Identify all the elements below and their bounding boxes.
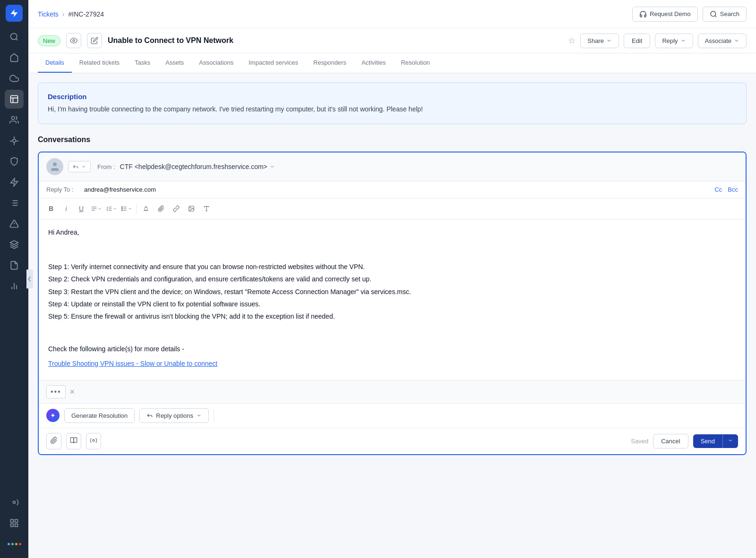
- svg-point-50: [93, 440, 94, 441]
- search-button[interactable]: Search: [703, 7, 747, 22]
- sidebar-item-dots[interactable]: [5, 534, 24, 553]
- sidebar-item-shield[interactable]: [5, 152, 24, 171]
- editor-toolbar: B i U: [39, 198, 746, 220]
- svg-rect-29: [11, 524, 14, 527]
- settings-bottom-button[interactable]: [86, 433, 101, 449]
- svg-line-31: [715, 16, 716, 17]
- pencil-icon: [91, 37, 98, 44]
- text-color-button[interactable]: [139, 202, 153, 215]
- send-main-button[interactable]: Send: [693, 434, 722, 448]
- cancel-button[interactable]: Cancel: [653, 434, 688, 448]
- sidebar: [0, 0, 28, 558]
- more-options-button[interactable]: •••: [46, 385, 66, 398]
- sidebar-item-contacts[interactable]: [5, 110, 24, 129]
- ticket-toolbar: New Unable to Connect to VPN Network ☆ S…: [28, 28, 756, 53]
- check-article-text: Check the following article(s) for more …: [48, 344, 736, 354]
- svg-point-47: [190, 207, 191, 208]
- send-dropdown-button[interactable]: [722, 434, 738, 448]
- sidebar-item-flash[interactable]: [5, 173, 24, 192]
- request-demo-button[interactable]: Request Demo: [632, 7, 698, 22]
- cc-button[interactable]: Cc: [714, 186, 722, 193]
- tab-tasks[interactable]: Tasks: [127, 53, 158, 73]
- watch-button[interactable]: [66, 33, 81, 48]
- compose-actions-bar: ✦ Generate Resolution Reply options: [39, 403, 746, 428]
- share-button[interactable]: Share: [580, 34, 619, 48]
- chevron-down-icon: [196, 413, 202, 418]
- sidebar-item-cloud[interactable]: [5, 69, 24, 88]
- link-button[interactable]: [170, 202, 183, 215]
- attachment-bottom-button[interactable]: [46, 433, 61, 449]
- sidebar-item-home[interactable]: [5, 48, 24, 67]
- bold-button[interactable]: B: [44, 202, 58, 215]
- article-link[interactable]: Trouble Shooting VPN issues - Slow or Un…: [48, 360, 217, 367]
- from-label: From :: [97, 163, 115, 170]
- sidebar-item-bug[interactable]: [5, 131, 24, 150]
- edit-button[interactable]: Edit: [624, 34, 650, 48]
- unordered-list-button[interactable]: [120, 202, 133, 215]
- sidebar-item-tickets[interactable]: [5, 90, 24, 109]
- page-body: Description Hi, I'm having trouble conne…: [28, 73, 756, 558]
- tab-associations[interactable]: Associations: [191, 53, 241, 73]
- close-tag-button[interactable]: ✕: [69, 388, 75, 396]
- tab-impacted-services[interactable]: Impacted services: [241, 53, 306, 73]
- request-demo-label: Request Demo: [650, 10, 691, 17]
- tab-related-tickets[interactable]: Related tickets: [72, 53, 127, 73]
- reply-button[interactable]: Reply: [655, 34, 693, 48]
- from-dropdown[interactable]: CTF <helpdesk@cegtechforum.freshservice.…: [120, 163, 275, 170]
- sidebar-item-docs[interactable]: [5, 256, 24, 275]
- chevron-down-icon: [734, 38, 739, 43]
- ordered-list-button[interactable]: [105, 202, 118, 215]
- edit-inline-button[interactable]: [87, 33, 102, 48]
- sidebar-item-list[interactable]: [5, 194, 24, 212]
- sidebar-item-settings[interactable]: [5, 493, 24, 512]
- sidebar-item-layers[interactable]: [5, 235, 24, 254]
- top-bar: Tickets › #INC-27924 Request Demo Search: [28, 0, 756, 28]
- email-steps: Step 1: Verify internet connectivity and…: [48, 262, 736, 322]
- description-text: Hi, I'm having trouble connecting to the…: [48, 104, 737, 114]
- underline-button[interactable]: U: [75, 202, 88, 215]
- associate-button[interactable]: Associate: [698, 34, 747, 48]
- italic-button[interactable]: i: [60, 202, 73, 215]
- reply-options-button[interactable]: Reply options: [139, 408, 209, 423]
- svg-point-7: [13, 139, 16, 143]
- sidebar-item-alert[interactable]: [5, 214, 24, 233]
- reply-to-label: Reply To :: [46, 186, 84, 193]
- search-icon: [710, 10, 717, 18]
- reply-label: Reply: [662, 37, 678, 44]
- attachment-button[interactable]: [155, 202, 168, 215]
- article-bottom-button[interactable]: [66, 433, 81, 449]
- sidebar-item-chart[interactable]: [5, 277, 24, 296]
- editor-body[interactable]: Hi Andrea, Step 1: Verify internet conne…: [39, 220, 746, 380]
- sidebar-item-search[interactable]: [5, 27, 24, 46]
- saved-indicator: Saved: [631, 438, 648, 445]
- tab-activities[interactable]: Activities: [354, 53, 393, 73]
- ai-icon: ✦: [46, 409, 60, 422]
- generate-resolution-button[interactable]: Generate Resolution: [64, 408, 135, 423]
- description-card: Description Hi, I'm having trouble conne…: [38, 83, 747, 124]
- send-button-group: Send: [693, 434, 738, 448]
- top-bar-actions: Request Demo Search: [632, 7, 747, 22]
- breadcrumb-tickets-link[interactable]: Tickets: [38, 10, 59, 18]
- reply-small-button[interactable]: [68, 161, 91, 172]
- compose-send-bar: Saved Cancel Send: [39, 428, 746, 454]
- align-button[interactable]: [90, 202, 103, 215]
- tab-assets[interactable]: Assets: [158, 53, 191, 73]
- associate-label: Associate: [705, 37, 731, 44]
- sidebar-item-apps[interactable]: [5, 514, 24, 533]
- tab-resolution[interactable]: Resolution: [393, 53, 437, 73]
- tab-responders[interactable]: Responders: [306, 53, 354, 73]
- book-icon: [70, 437, 77, 444]
- share-label: Share: [587, 37, 604, 44]
- toolbar-right-actions: ☆ Share Edit Reply Associate: [568, 34, 747, 48]
- favorite-button[interactable]: ☆: [568, 35, 576, 46]
- sidebar-collapse-btn[interactable]: [28, 270, 33, 288]
- svg-rect-26: [11, 520, 14, 523]
- tabs-bar: Details Related tickets Tasks Assets Ass…: [28, 53, 756, 73]
- format-button[interactable]: [200, 202, 213, 215]
- image-button[interactable]: [185, 202, 198, 215]
- tab-details[interactable]: Details: [38, 53, 72, 73]
- bcc-button[interactable]: Bcc: [728, 186, 738, 193]
- app-logo[interactable]: [6, 5, 23, 22]
- svg-point-32: [73, 40, 75, 42]
- svg-point-1: [11, 34, 17, 40]
